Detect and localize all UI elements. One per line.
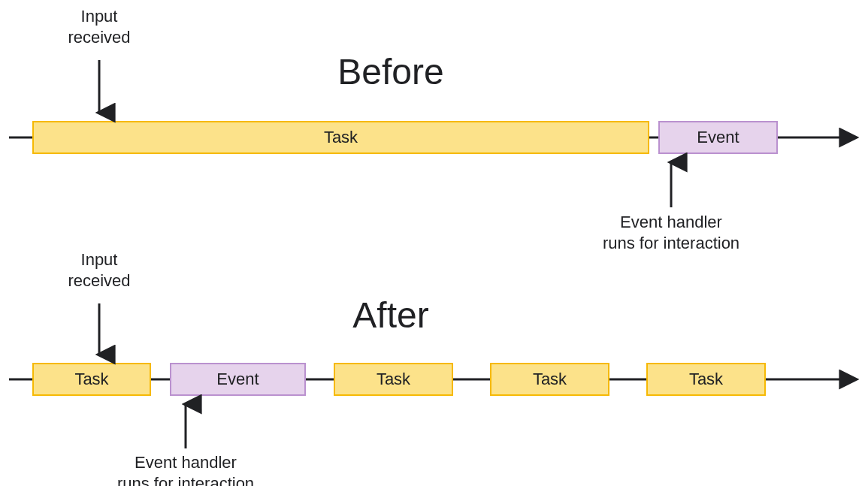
after-task-block-4: Task	[646, 363, 766, 396]
event-label: Event	[216, 370, 259, 389]
before-event-handler-label: Event handlerruns for interaction	[603, 212, 739, 253]
before-task-block: Task	[32, 121, 649, 154]
event-label: Event	[697, 128, 739, 147]
input-received-text: Inputreceived	[68, 250, 130, 290]
task-label: Task	[74, 370, 108, 389]
task-label: Task	[324, 128, 358, 147]
task-label: Task	[377, 370, 410, 389]
after-event-block: Event	[170, 363, 306, 396]
after-event-handler-label: Event handlerruns for interaction	[117, 452, 254, 486]
after-task-block-3: Task	[490, 363, 609, 396]
task-label: Task	[533, 370, 567, 389]
event-handler-text: Event handlerruns for interaction	[117, 453, 254, 486]
after-task-block-1: Task	[32, 363, 151, 396]
before-event-block: Event	[658, 121, 778, 154]
input-received-line1: Inputreceived	[68, 7, 130, 47]
heading-after: After	[352, 294, 428, 336]
event-handler-text: Event handlerruns for interaction	[603, 213, 739, 252]
before-input-received-label: Inputreceived	[68, 6, 130, 47]
diagram-stage: Before After Task Event Task Event Task …	[0, 0, 868, 486]
after-input-received-label: Inputreceived	[68, 249, 130, 291]
heading-before: Before	[337, 51, 443, 92]
task-label: Task	[689, 370, 723, 389]
after-task-block-2: Task	[334, 363, 453, 396]
